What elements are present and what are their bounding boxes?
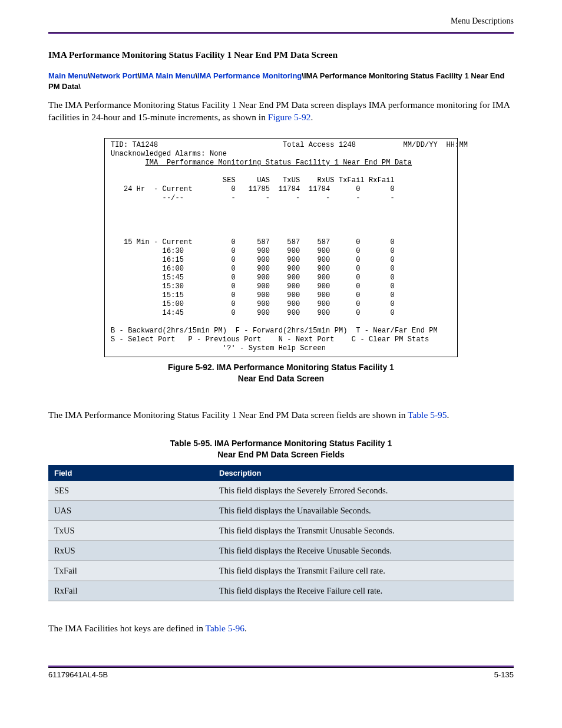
figure-caption-line2: Near End Data Screen bbox=[238, 374, 324, 383]
table-header-description: Description bbox=[213, 465, 514, 481]
table-row: TxUSThis field displays the Transmit Unu… bbox=[48, 521, 514, 541]
table-cell-description: This field displays the Severely Errored… bbox=[213, 481, 514, 501]
table-reference-link[interactable]: Table 5-95 bbox=[408, 410, 447, 420]
figure-caption: Figure 5-92. IMA Performance Monitoring … bbox=[48, 362, 514, 384]
header-rule bbox=[48, 32, 514, 34]
table-cell-field: TxFail bbox=[48, 561, 213, 581]
footer-docnum: 61179641AL4-5B bbox=[48, 670, 108, 679]
table-reference-link[interactable]: Table 5-96 bbox=[206, 623, 245, 633]
table-cell-field: SES bbox=[48, 481, 213, 501]
table-header-field: Field bbox=[48, 465, 213, 481]
table-cell-description: This field displays the Unavailable Seco… bbox=[213, 500, 514, 521]
table-cell-description: This field displays the Transmit Unusabl… bbox=[213, 521, 514, 541]
table-row: RxFailThis field displays the Receive Fa… bbox=[48, 581, 514, 601]
closing-paragraph: The IMA Facilities hot keys are defined … bbox=[48, 622, 514, 635]
closing-text-after: . bbox=[244, 623, 247, 633]
table-cell-field: RxFail bbox=[48, 581, 213, 601]
table-cell-field: RxUS bbox=[48, 541, 213, 561]
table-cell-description: This field displays the Receive Failure … bbox=[213, 581, 514, 601]
table-row: TxFailThis field displays the Transmit F… bbox=[48, 561, 514, 581]
intro-paragraph: The IMA Performance Monitoring Status Fa… bbox=[48, 99, 514, 124]
fields-table: Field Description SESThis field displays… bbox=[48, 465, 514, 601]
table-cell-description: This field displays the Receive Unusable… bbox=[213, 541, 514, 561]
footer-pagenum: 5-135 bbox=[494, 670, 514, 679]
table-row: SESThis field displays the Severely Erro… bbox=[48, 481, 514, 501]
body-text-before: The IMA Performance Monitoring Status Fa… bbox=[48, 410, 408, 420]
table-cell-description: This field displays the Transmit Failure… bbox=[213, 561, 514, 581]
table-caption-prefix: Table 5-95. bbox=[170, 439, 214, 448]
table-caption-line1: IMA Performance Monitoring Status Facili… bbox=[214, 439, 392, 448]
terminal-screen: TID: TA1248 Total Access 1248 MM/DD/YY H… bbox=[104, 138, 458, 357]
breadcrumb-link[interactable]: Network Port bbox=[90, 71, 138, 80]
intro-after: . bbox=[311, 112, 313, 122]
footer-rule bbox=[48, 666, 514, 668]
figure-caption-line1: IMA Performance Monitoring Status Facili… bbox=[217, 363, 394, 372]
footer: 61179641AL4-5B 5-135 bbox=[48, 670, 514, 679]
body-text-after: . bbox=[447, 410, 449, 420]
figure-caption-prefix: Figure 5-92. bbox=[168, 363, 216, 372]
table-cell-field: UAS bbox=[48, 500, 213, 521]
breadcrumb-link[interactable]: Main Menu bbox=[48, 71, 88, 80]
terminal-title: IMA Performance Monitoring Status Facili… bbox=[145, 159, 412, 167]
table-caption-line2: Near End PM Data Screen Fields bbox=[217, 450, 345, 459]
table-caption: Table 5-95. IMA Performance Monitoring S… bbox=[48, 438, 514, 460]
breadcrumb: Main Menu\Network Port\IMA Main Menu\IMA… bbox=[48, 71, 514, 92]
table-header-row: Field Description bbox=[48, 465, 514, 481]
table-row: UASThis field displays the Unavailable S… bbox=[48, 500, 514, 521]
closing-text-before: The IMA Facilities hot keys are defined … bbox=[48, 623, 206, 633]
section-heading: IMA Performance Monitoring Status Facili… bbox=[48, 50, 514, 60]
context-header: Menu Descriptions bbox=[48, 17, 514, 26]
figure-reference-link[interactable]: Figure 5-92 bbox=[268, 112, 311, 122]
breadcrumb-link[interactable]: IMA Main Menu bbox=[140, 71, 195, 80]
table-row: RxUSThis field displays the Receive Unus… bbox=[48, 541, 514, 561]
body-paragraph: The IMA Performance Monitoring Status Fa… bbox=[48, 409, 514, 421]
table-cell-field: TxUS bbox=[48, 521, 213, 541]
breadcrumb-link[interactable]: IMA Performance Monitoring bbox=[197, 71, 302, 80]
